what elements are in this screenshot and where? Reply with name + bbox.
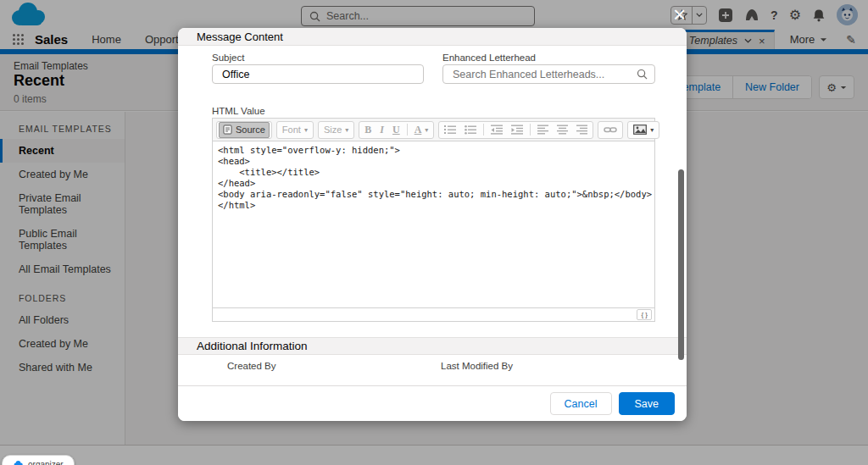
cancel-button[interactable]: Cancel	[550, 392, 612, 415]
cloud-icon	[13, 460, 24, 465]
image-group: ▾	[627, 121, 659, 139]
paragraph-group	[438, 121, 593, 139]
subject-label: Subject	[212, 53, 244, 63]
elements-path-button[interactable]: { }	[637, 309, 652, 320]
align-center-icon[interactable]	[554, 123, 571, 137]
bulleted-list-icon[interactable]	[461, 123, 480, 137]
align-left-icon[interactable]	[534, 123, 552, 137]
format-group: B I U A▾	[359, 121, 434, 139]
text-color-button[interactable]: A▾	[411, 123, 432, 137]
last-modified-by-label: Last Modified By	[441, 361, 513, 371]
source-code-area[interactable]: <html style="overflow-y: hidden;"><head>…	[213, 141, 654, 307]
html-editor: Source Font▾ Size▾ B I U A▾	[212, 118, 655, 322]
html-value-label: HTML Value	[212, 106, 265, 116]
modal-footer: Cancel Save	[178, 385, 687, 421]
enhanced-letterhead-input[interactable]	[443, 69, 637, 80]
subject-input[interactable]	[212, 64, 424, 84]
link-icon[interactable]	[600, 123, 620, 137]
screen: Search... ? ⚙	[0, 0, 868, 465]
modal-scrollbar-thumb[interactable]	[678, 169, 684, 360]
enhanced-letterhead-search[interactable]	[442, 64, 655, 84]
image-button[interactable]: ▾	[630, 123, 657, 137]
editor-status-bar: { }	[213, 307, 654, 321]
organizer-extension-badge[interactable]: organizer	[2, 455, 75, 465]
section-message-content: Message Content	[178, 28, 687, 46]
italic-button[interactable]: I	[376, 123, 387, 137]
source-group: Source	[216, 121, 272, 139]
created-by-label: Created By	[227, 361, 276, 371]
badge-label: organizer	[28, 460, 64, 465]
enhanced-letterhead-label: Enhanced Letterhead	[442, 53, 536, 63]
outdent-icon[interactable]	[487, 123, 506, 137]
toolbar-separator	[530, 124, 531, 136]
underline-button[interactable]: U	[389, 123, 403, 137]
font-group: Font▾	[276, 121, 314, 139]
indent-icon[interactable]	[508, 123, 526, 137]
source-doc-icon	[223, 125, 232, 135]
link-group	[598, 121, 623, 139]
search-icon	[637, 69, 648, 80]
size-dropdown[interactable]: Size▾	[320, 123, 352, 137]
font-dropdown[interactable]: Font▾	[279, 123, 311, 137]
save-button[interactable]: Save	[619, 392, 676, 415]
toolbar-separator	[407, 124, 408, 136]
toolbar-separator	[483, 124, 484, 136]
source-button[interactable]: Source	[219, 122, 270, 138]
numbered-list-icon[interactable]	[441, 123, 459, 137]
size-group: Size▾	[318, 121, 354, 139]
bold-button[interactable]: B	[361, 123, 375, 137]
email-template-edit-modal: Message Content Subject Enhanced Letterh…	[178, 28, 687, 421]
section-additional-information: Additional Information	[178, 337, 687, 355]
editor-toolbar: Source Font▾ Size▾ B I U A▾	[213, 119, 654, 141]
modal-close-icon[interactable]: ×	[673, 3, 686, 25]
align-right-icon[interactable]	[573, 123, 591, 137]
